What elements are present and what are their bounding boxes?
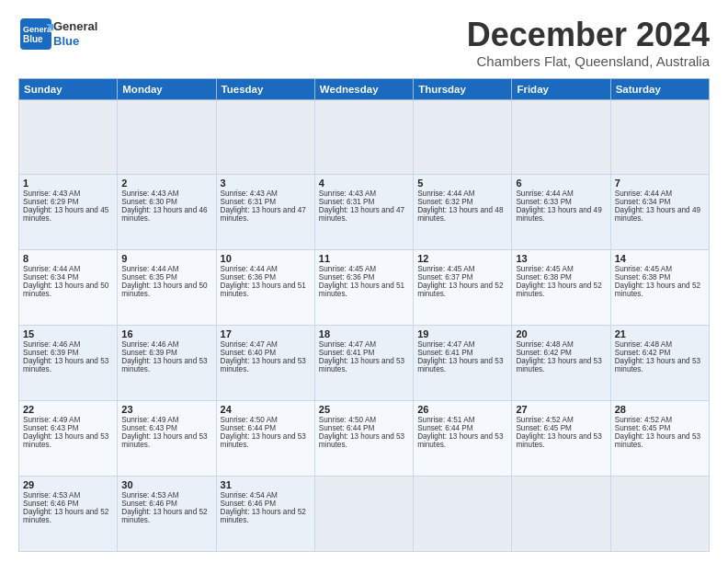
calendar-week-row: 1Sunrise: 4:43 AMSunset: 6:29 PMDaylight… [19,175,710,250]
calendar-cell: 21Sunrise: 4:48 AMSunset: 6:42 PMDayligh… [610,326,709,401]
calendar-week-row: 15Sunrise: 4:46 AMSunset: 6:39 PMDayligh… [19,326,710,401]
sunrise-text: Sunrise: 4:53 AM [23,491,80,500]
daylight-text: Daylight: 13 hours and 50 minutes. [23,282,108,298]
calendar-cell: 24Sunrise: 4:50 AMSunset: 6:44 PMDayligh… [216,401,314,477]
calendar-cell: 25Sunrise: 4:50 AMSunset: 6:44 PMDayligh… [314,401,413,477]
day-number: 2 [121,178,211,189]
sunset-text: Sunset: 6:44 PM [417,424,473,432]
sunrise-text: Sunrise: 4:52 AM [615,416,672,424]
sunset-text: Sunset: 6:31 PM [221,198,277,206]
day-number: 18 [319,328,409,339]
weekday-header: Monday [118,78,216,99]
logo-name: General Blue [53,19,97,48]
calendar-cell: 6Sunrise: 4:44 AMSunset: 6:33 PMDaylight… [512,175,610,250]
calendar-cell [610,477,709,552]
calendar-cell: 7Sunrise: 4:44 AMSunset: 6:34 PMDaylight… [610,175,709,250]
sunrise-text: Sunrise: 4:44 AM [516,190,573,198]
daylight-text: Daylight: 13 hours and 52 minutes. [121,508,207,524]
calendar-cell: 26Sunrise: 4:51 AMSunset: 6:44 PMDayligh… [414,401,512,477]
daylight-text: Daylight: 13 hours and 49 minutes. [516,206,601,223]
sunset-text: Sunset: 6:35 PM [121,273,177,282]
month-title: December 2024 [467,17,710,53]
day-number: 14 [615,253,705,264]
calendar-week-row: 22Sunrise: 4:49 AMSunset: 6:43 PMDayligh… [19,401,710,477]
daylight-text: Daylight: 13 hours and 53 minutes. [615,357,700,373]
daylight-text: Daylight: 13 hours and 45 minutes. [23,206,108,223]
daylight-text: Daylight: 13 hours and 53 minutes. [516,357,601,373]
daylight-text: Daylight: 13 hours and 50 minutes. [121,282,207,298]
calendar-cell: 4Sunrise: 4:43 AMSunset: 6:31 PMDaylight… [314,175,413,250]
daylight-text: Daylight: 13 hours and 51 minutes. [319,282,404,298]
calendar-cell [610,99,709,175]
sunrise-text: Sunrise: 4:44 AM [417,190,474,198]
calendar-cell: 11Sunrise: 4:45 AMSunset: 6:36 PMDayligh… [314,250,413,326]
sunset-text: Sunset: 6:34 PM [23,273,79,282]
calendar-cell: 29Sunrise: 4:53 AMSunset: 6:46 PMDayligh… [19,477,118,552]
day-number: 29 [23,479,113,490]
sunset-text: Sunset: 6:33 PM [516,198,572,206]
calendar-cell: 20Sunrise: 4:48 AMSunset: 6:42 PMDayligh… [512,326,610,401]
svg-text:Blue: Blue [23,34,43,44]
daylight-text: Daylight: 13 hours and 46 minutes. [121,206,207,223]
sunrise-text: Sunrise: 4:43 AM [23,190,80,198]
logo-icon: General Blue [18,17,53,52]
sunrise-text: Sunrise: 4:52 AM [516,416,573,424]
day-number: 15 [23,328,113,339]
day-number: 17 [221,328,311,339]
sunrise-text: Sunrise: 4:44 AM [121,265,178,273]
daylight-text: Daylight: 13 hours and 53 minutes. [417,432,503,449]
day-number: 5 [417,178,507,189]
day-number: 1 [23,178,113,189]
calendar-cell: 31Sunrise: 4:54 AMSunset: 6:46 PMDayligh… [216,477,314,552]
day-number: 26 [417,404,507,415]
sunset-text: Sunset: 6:41 PM [319,349,375,357]
daylight-text: Daylight: 13 hours and 52 minutes. [417,282,503,298]
daylight-text: Daylight: 13 hours and 47 minutes. [221,206,306,223]
sunrise-text: Sunrise: 4:46 AM [23,340,80,349]
calendar-cell [19,99,118,175]
calendar-cell [512,99,610,175]
calendar-week-row [19,99,710,175]
calendar-cell [314,477,413,552]
calendar-cell [512,477,610,552]
calendar-cell: 9Sunrise: 4:44 AMSunset: 6:35 PMDaylight… [118,250,216,326]
sunset-text: Sunset: 6:43 PM [23,424,79,432]
sunrise-text: Sunrise: 4:44 AM [23,265,80,273]
weekday-header: Saturday [610,78,709,99]
logo: General Blue General Blue [18,17,97,52]
daylight-text: Daylight: 13 hours and 53 minutes. [121,432,207,449]
sunset-text: Sunset: 6:29 PM [23,198,79,206]
daylight-text: Daylight: 13 hours and 53 minutes. [221,432,306,449]
sunrise-text: Sunrise: 4:43 AM [121,190,178,198]
weekday-header: Friday [512,78,610,99]
day-number: 8 [23,253,113,264]
weekday-header: Tuesday [216,78,314,99]
sunset-text: Sunset: 6:45 PM [516,424,572,432]
sunrise-text: Sunrise: 4:49 AM [23,416,80,424]
sunrise-text: Sunrise: 4:54 AM [221,491,278,500]
sunrise-text: Sunrise: 4:47 AM [417,340,474,349]
sunrise-text: Sunrise: 4:43 AM [221,190,278,198]
calendar-cell: 30Sunrise: 4:53 AMSunset: 6:46 PMDayligh… [118,477,216,552]
sunset-text: Sunset: 6:44 PM [319,424,375,432]
sunset-text: Sunset: 6:46 PM [23,500,79,508]
sunset-text: Sunset: 6:43 PM [121,424,177,432]
calendar-cell: 1Sunrise: 4:43 AMSunset: 6:29 PMDaylight… [19,175,118,250]
day-number: 30 [121,479,211,490]
sunrise-text: Sunrise: 4:49 AM [121,416,178,424]
sunrise-text: Sunrise: 4:45 AM [417,265,474,273]
calendar-cell: 15Sunrise: 4:46 AMSunset: 6:39 PMDayligh… [19,326,118,401]
sunrise-text: Sunrise: 4:45 AM [319,265,376,273]
sunset-text: Sunset: 6:45 PM [615,424,671,432]
sunset-text: Sunset: 6:40 PM [221,349,277,357]
daylight-text: Daylight: 13 hours and 52 minutes. [615,282,700,298]
calendar-week-row: 8Sunrise: 4:44 AMSunset: 6:34 PMDaylight… [19,250,710,326]
calendar-cell [414,477,512,552]
sunrise-text: Sunrise: 4:50 AM [319,416,376,424]
daylight-text: Daylight: 13 hours and 53 minutes. [121,357,207,373]
daylight-text: Daylight: 13 hours and 53 minutes. [23,357,108,373]
calendar-cell: 13Sunrise: 4:45 AMSunset: 6:38 PMDayligh… [512,250,610,326]
sunset-text: Sunset: 6:39 PM [121,349,177,357]
calendar-cell: 23Sunrise: 4:49 AMSunset: 6:43 PMDayligh… [118,401,216,477]
day-number: 11 [319,253,409,264]
